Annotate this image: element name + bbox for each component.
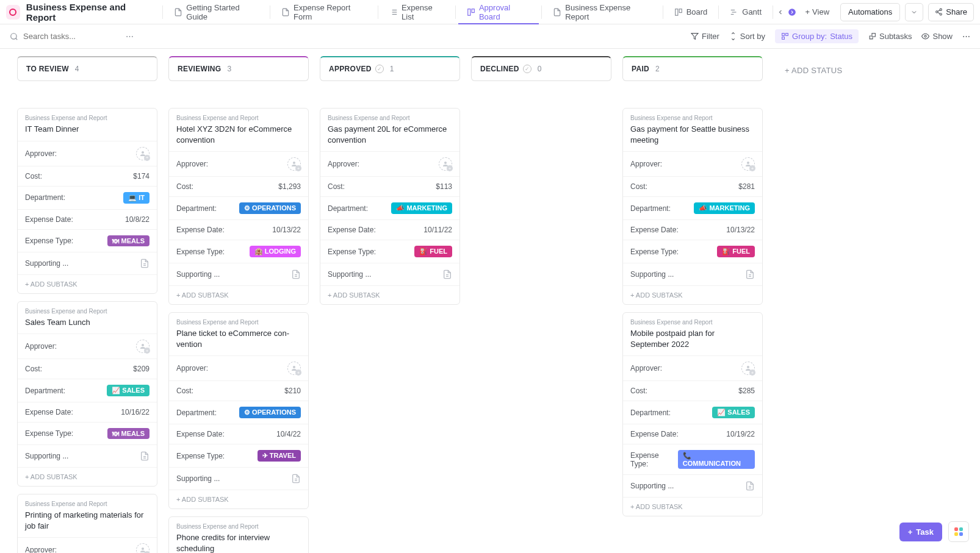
tab-gantt[interactable]: Gantt bbox=[721, 0, 770, 24]
field-label: Approver: bbox=[630, 364, 662, 373]
add-status-button[interactable]: + ADD STATUS bbox=[774, 56, 871, 85]
file-icon[interactable] bbox=[140, 451, 150, 462]
card-breadcrumb: Business Expense and Report bbox=[176, 523, 301, 530]
department-badge[interactable]: 📈 SALES bbox=[107, 385, 150, 396]
column-count: 2 bbox=[655, 65, 660, 73]
floating-actions: + Task bbox=[899, 521, 969, 542]
expense-type-badge[interactable]: ⛽ FUEL bbox=[717, 246, 755, 257]
doc-icon bbox=[553, 8, 561, 16]
cost-value: $1,293 bbox=[278, 182, 301, 191]
plus-icon: + bbox=[805, 7, 810, 16]
tab-scroll-left[interactable] bbox=[776, 7, 785, 17]
column-header[interactable]: PAID2 bbox=[622, 56, 763, 81]
add-subtask-button[interactable]: + ADD SUBTASK bbox=[18, 274, 157, 293]
department-badge[interactable]: 📈 SALES bbox=[712, 407, 755, 418]
tab-business-expense-report[interactable]: Business Expense Report bbox=[544, 0, 660, 24]
more-options-button[interactable]: ⋯ bbox=[962, 32, 970, 41]
filter-button[interactable]: Filter bbox=[691, 32, 719, 41]
search-input[interactable] bbox=[23, 32, 115, 41]
assignee-placeholder[interactable]: + bbox=[741, 362, 755, 375]
tab-expense-report-form[interactable]: Expense Report Form bbox=[273, 0, 375, 24]
department-badge[interactable]: ⚙ OPERATIONS bbox=[239, 407, 301, 418]
assignee-placeholder[interactable]: + bbox=[136, 340, 150, 353]
file-icon[interactable] bbox=[140, 258, 150, 269]
column-header[interactable]: REVIEWING3 bbox=[168, 56, 309, 81]
apps-button[interactable] bbox=[948, 521, 969, 542]
assignee-placeholder[interactable]: + bbox=[136, 147, 150, 160]
field-label: Expense Type: bbox=[176, 248, 225, 256]
department-badge[interactable]: 📣 MARKETING bbox=[391, 202, 452, 214]
column-header[interactable]: TO REVIEW4 bbox=[17, 56, 157, 81]
file-icon[interactable] bbox=[745, 269, 755, 280]
field-label: Expense Type: bbox=[630, 248, 679, 256]
sort-icon bbox=[729, 32, 737, 40]
field-label: Expense Date: bbox=[630, 226, 679, 234]
expense-type-badge[interactable]: 📞 COMMUNICATION bbox=[678, 450, 755, 469]
column-header[interactable]: APPROVED1 bbox=[320, 56, 460, 81]
field-department: Department:📣 MARKETING bbox=[320, 196, 459, 219]
search-icon bbox=[10, 32, 18, 41]
task-card[interactable]: Business Expense and ReportHotel XYZ 3D2… bbox=[168, 108, 309, 305]
tab-expense-list[interactable]: Expense List bbox=[381, 0, 453, 24]
svg-point-16 bbox=[940, 13, 942, 15]
subtasks-button[interactable]: Subtasks bbox=[868, 32, 912, 41]
workspace-title: Business Expense and Report bbox=[26, 2, 152, 23]
field-department: Department:💻 IT bbox=[18, 186, 157, 209]
assignee-placeholder[interactable]: + bbox=[136, 543, 150, 553]
expense-type-badge[interactable]: 🍽 MEALS bbox=[107, 428, 150, 439]
add-subtask-button[interactable]: + ADD SUBTASK bbox=[169, 285, 308, 304]
department-badge[interactable]: 📣 MARKETING bbox=[694, 202, 755, 214]
task-card[interactable]: Business Expense and ReportMobile postpa… bbox=[622, 312, 763, 516]
group-by-button[interactable]: Group by: Status bbox=[775, 29, 859, 43]
task-card[interactable]: Business Expense and ReportSales Team Lu… bbox=[17, 301, 157, 487]
share-button[interactable]: Share bbox=[928, 3, 974, 21]
file-icon[interactable] bbox=[291, 473, 301, 484]
department-badge[interactable]: 💻 IT bbox=[123, 192, 150, 204]
tab-getting-started[interactable]: Getting Started Guide bbox=[165, 0, 267, 24]
add-subtask-button[interactable]: + ADD SUBTASK bbox=[18, 467, 157, 486]
assignee-placeholder[interactable]: + bbox=[741, 157, 755, 171]
assignee-placeholder[interactable]: + bbox=[287, 362, 301, 375]
expense-type-badge[interactable]: 🍽 MEALS bbox=[107, 235, 150, 246]
add-subtask-button[interactable]: + ADD SUBTASK bbox=[623, 285, 762, 304]
department-badge[interactable]: ⚙ OPERATIONS bbox=[239, 202, 301, 214]
tab-approval-board[interactable]: Approval Board bbox=[458, 0, 539, 24]
column-header[interactable]: DECLINED0 bbox=[471, 56, 611, 81]
task-card[interactable]: Business Expense and ReportPlane ticket … bbox=[168, 312, 309, 509]
expense-type-badge[interactable]: ✈ TRAVEL bbox=[258, 450, 301, 462]
board-icon bbox=[467, 8, 475, 16]
automations-dropdown[interactable] bbox=[905, 3, 923, 21]
file-icon[interactable] bbox=[291, 269, 301, 280]
workspace-icon bbox=[6, 5, 20, 20]
add-view-button[interactable]: + View bbox=[799, 4, 836, 21]
task-card[interactable]: Business Expense and ReportGas payment f… bbox=[622, 108, 763, 305]
add-subtask-button[interactable]: + ADD SUBTASK bbox=[169, 490, 308, 508]
cost-value: $113 bbox=[436, 182, 452, 191]
show-button[interactable]: Show bbox=[921, 32, 953, 41]
subtasks-label: Subtasks bbox=[879, 32, 912, 41]
task-card[interactable]: Business Expense and ReportIT Team Dinne… bbox=[17, 108, 157, 294]
file-icon[interactable] bbox=[745, 480, 755, 491]
field-cost: Cost:$174 bbox=[18, 166, 157, 186]
expense-type-badge[interactable]: 🏨 LODGING bbox=[250, 246, 301, 257]
sort-button[interactable]: Sort by bbox=[729, 32, 765, 41]
field-label: Expense Type: bbox=[328, 248, 376, 256]
assignee-placeholder[interactable]: + bbox=[287, 157, 301, 171]
add-subtask-button[interactable]: + ADD SUBTASK bbox=[623, 497, 762, 516]
svg-rect-6 bbox=[468, 9, 470, 15]
field-approver: Approver:+ bbox=[320, 151, 459, 176]
task-card[interactable]: Business Expense and ReportPrinting of m… bbox=[17, 494, 157, 553]
add-subtask-button[interactable]: + ADD SUBTASK bbox=[320, 285, 459, 304]
card-title: IT Team Dinner bbox=[25, 124, 150, 135]
assignee-placeholder[interactable]: + bbox=[439, 157, 452, 171]
file-icon[interactable] bbox=[442, 269, 452, 280]
automations-button[interactable]: Automations bbox=[840, 3, 900, 21]
tab-scroll-right[interactable] bbox=[787, 7, 796, 17]
task-card[interactable]: Business Expense and ReportPhone credits… bbox=[168, 516, 309, 553]
search-more-button[interactable]: ⋯ bbox=[121, 32, 139, 41]
expense-type-badge[interactable]: ⛽ FUEL bbox=[414, 246, 452, 257]
new-task-button[interactable]: + Task bbox=[899, 523, 942, 541]
svg-point-15 bbox=[936, 11, 938, 13]
tab-board[interactable]: Board bbox=[666, 0, 716, 24]
task-card[interactable]: Business Expense and ReportGas payment 2… bbox=[320, 108, 460, 305]
